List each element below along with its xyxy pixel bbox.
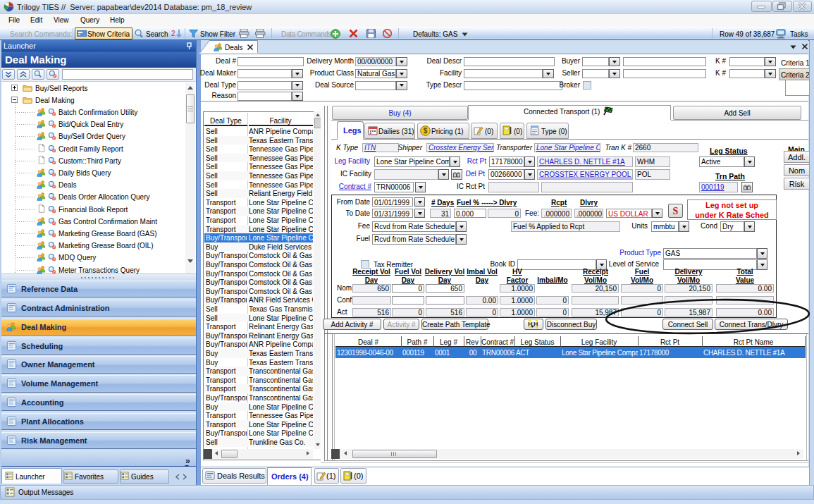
svg-text:$: $: [424, 127, 428, 135]
